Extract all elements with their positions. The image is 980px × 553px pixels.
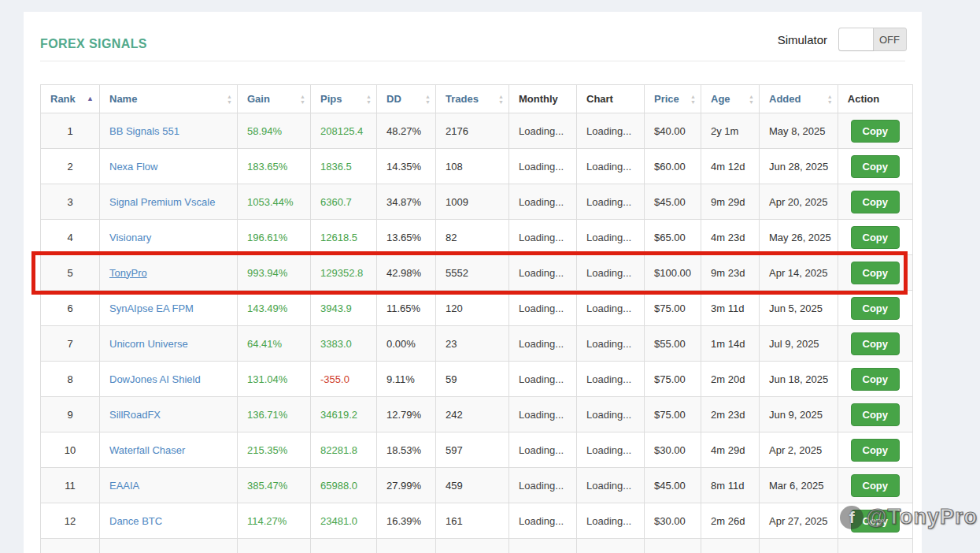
cell-pips: 3383.0 [311,326,377,362]
column-header-price[interactable]: Price▲▼ [645,85,701,113]
column-header-trades[interactable]: Trades▲▼ [436,85,509,113]
column-header-dd[interactable]: DD▲▼ [377,85,436,113]
signal-name-link[interactable]: EAAIA [109,480,139,492]
table-row: 6SynAIpse EA FPM143.49%3943.911.65%120Lo… [41,291,913,326]
cell-added: Apr 27, 2025 [760,503,838,539]
cell-pips: 3943.9 [311,291,377,326]
sort-up-icon: ▲ [366,94,372,99]
cell-action: Copy [838,291,912,326]
copy-button[interactable]: Copy [851,191,900,213]
cell-chart: Loading... [577,291,645,326]
cell-monthly: Loading... [509,503,577,539]
cell-name: SillRoadFX [100,397,238,432]
signal-name-link[interactable]: Visionary [109,232,151,243]
copy-button[interactable]: Copy [851,368,900,391]
signals-table-body: 1BB Signals 55158.94%208125.448.27%2176L… [41,113,913,553]
column-header-rank[interactable]: Rank▲ [41,85,100,113]
copy-button[interactable]: Copy [851,403,900,426]
column-header-pips[interactable]: Pips▲▼ [311,85,377,113]
cell-pips: -355.0 [311,362,377,397]
sort-icons: ▲▼ [827,94,833,105]
sort-icons: ▲▼ [690,94,696,105]
signal-name-link[interactable]: Waterfall Chaser [109,444,185,456]
header-row: Rank▲Name▲▼Gain▲▼Pips▲▼DD▲▼Trades▲▼Month… [41,85,913,113]
cell-monthly: Loading... [509,326,577,362]
signal-name-link[interactable]: SynAIpse EA FPM [109,302,194,314]
cell-rank: 11 [41,468,100,503]
cell-gain: 1053.44% [238,184,311,220]
cell-action: Copy [838,503,912,539]
copy-button[interactable]: Copy [851,474,900,497]
signal-name-link[interactable]: DowJones AI Shield [109,373,201,385]
sort-icons: ▲▼ [227,94,232,105]
cell-chart: Loading... [577,432,645,468]
cell-chart: Loading... [577,397,645,432]
cell-trades: 459 [436,468,509,503]
signals-table-wrap: Rank▲Name▲▼Gain▲▼Pips▲▼DD▲▼Trades▲▼Month… [40,84,913,553]
copy-button[interactable]: Copy [851,155,900,178]
cell-pips: 65988.0 [311,468,377,503]
cell-pips: 12618.5 [311,220,377,255]
column-header-age[interactable]: Age▲▼ [701,85,760,113]
cell-age: 2m 20d [701,362,760,397]
cell-price: $30.00 [645,432,701,468]
cell-price: $40.00 [645,113,701,149]
cell-trades: 242 [436,397,509,432]
cell-trades: 59 [436,362,509,397]
column-header-name[interactable]: Name▲▼ [100,85,238,113]
cell-added: Jun 18, 2025 [760,362,838,397]
page: FOREX SIGNALS Simulator OFF Rank▲Name▲▼G… [0,0,980,553]
copy-button[interactable]: Copy [851,297,900,320]
signal-name-link[interactable]: SillRoadFX [109,409,161,421]
cell-rank: 1 [41,113,100,149]
signal-name-link[interactable]: Nexa Flow [109,161,157,173]
copy-button[interactable]: Copy [851,510,900,533]
cell-chart: Loading... [577,255,645,291]
column-header-added[interactable]: Added▲▼ [760,85,838,113]
cell-age: 1m 14d [701,326,760,362]
cell-dd: 18.53% [377,432,436,468]
cell-rank: 9 [41,397,100,432]
signal-name-link[interactable]: TonyPro [109,267,147,279]
cell-trades: 108 [436,149,509,184]
cell-action: Copy [838,362,912,397]
cell-empty [577,539,645,553]
cell-price: $55.00 [645,326,701,362]
cell-name: EAAIA [100,468,238,503]
copy-button[interactable]: Copy [851,262,900,284]
cell-age: 4m 12d [701,149,760,184]
toggle-state-label: OFF [873,34,906,46]
cell-pips: 34619.2 [311,397,377,432]
copy-button[interactable]: Copy [851,439,900,462]
table-row: 2Nexa Flow183.65%1836.514.35%108Loading.… [41,149,913,184]
cell-price: $60.00 [645,149,701,184]
signal-name-link[interactable]: Dance BTC [109,515,162,527]
cell-monthly: Loading... [509,468,577,503]
cell-monthly: Loading... [509,291,577,326]
copy-button[interactable]: Copy [851,332,900,355]
cell-trades: 82 [436,220,509,255]
copy-button[interactable]: Copy [851,226,900,249]
cell-dd: 48.27% [377,113,436,149]
column-label: Pips [320,93,342,105]
cell-chart: Loading... [577,149,645,184]
signals-table: Rank▲Name▲▼Gain▲▼Pips▲▼DD▲▼Trades▲▼Month… [40,84,913,553]
column-header-gain[interactable]: Gain▲▼ [238,85,311,113]
column-label: Age [711,93,730,105]
simulator-toggle[interactable]: OFF [838,28,907,51]
cell-name: SynAIpse EA FPM [100,291,238,326]
cell-age: 4m 29d [701,432,760,468]
signal-name-link[interactable]: BB Signals 551 [109,125,179,137]
cell-name: DowJones AI Shield [100,362,238,397]
cell-trades: 23 [436,326,509,362]
signal-name-link[interactable]: Unicorn Universe [109,338,188,350]
copy-button[interactable]: Copy [851,120,900,143]
sort-down-icon: ▼ [300,99,305,105]
signal-name-link[interactable]: Signal Premium Vscale [109,196,215,208]
cell-pips: 82281.8 [311,432,377,468]
column-label: Trades [446,93,479,105]
cell-rank: 3 [41,184,100,220]
cell-action: Copy [838,255,912,291]
simulator-control: Simulator OFF [778,28,907,51]
sort-icons: ▲▼ [366,94,372,105]
